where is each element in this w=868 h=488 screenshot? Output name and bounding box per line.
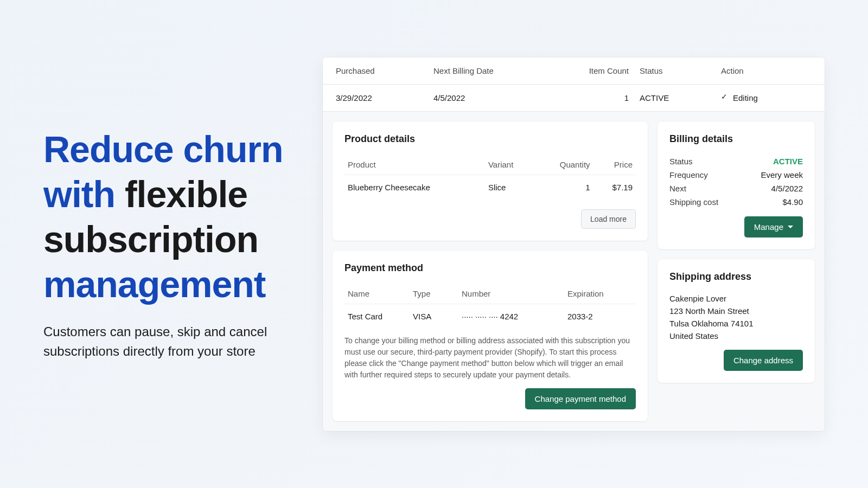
product-row-variant: Slice [485, 175, 535, 200]
payment-row-expiration: 2033-2 [564, 304, 636, 329]
product-header-variant: Variant [485, 155, 535, 175]
payment-header-name: Name [344, 284, 410, 304]
product-row-price: $7.19 [593, 175, 636, 200]
shipping-line-1: 123 North Main Street [669, 305, 803, 317]
product-details-card: Product details Product Variant Quantity… [333, 121, 648, 241]
product-details-title: Product details [344, 133, 636, 145]
product-row: Blueberry Cheesecake Slice 1 $7.19 [344, 175, 636, 200]
billing-details-card: Billing details Status ACTIVE Frequency … [658, 121, 815, 249]
summary-next-billing: 4/5/2022 [433, 93, 575, 102]
hero-heading-part3: management [43, 264, 265, 305]
payment-table: Name Type Number Expiration Test Card VI… [344, 284, 636, 329]
product-header-price: Price [593, 155, 636, 175]
summary-status: ACTIVE [640, 93, 721, 102]
product-header-quantity: Quantity [535, 155, 593, 175]
billing-next-label: Next [669, 184, 686, 193]
subscription-summary: Purchased Next Billing Date Item Count S… [323, 57, 825, 112]
payment-header-number: Number [458, 284, 564, 304]
manage-button-label: Manage [754, 222, 783, 232]
payment-header-expiration: Expiration [564, 284, 636, 304]
summary-header-status: Status [640, 66, 721, 75]
payment-row: Test Card VISA ····· ····· ···· 4242 203… [344, 304, 636, 329]
billing-next-value: 4/5/2022 [771, 184, 803, 193]
payment-method-card: Payment method Name Type Number Expirati… [333, 251, 648, 421]
billing-details-title: Billing details [669, 133, 803, 145]
load-more-button[interactable]: Load more [581, 209, 636, 229]
payment-row-name: Test Card [344, 304, 410, 329]
check-icon [721, 94, 729, 101]
payment-note: To change your billing method or billing… [344, 335, 636, 381]
chevron-down-icon [788, 226, 793, 228]
billing-status-label: Status [669, 157, 693, 166]
subscription-panel: Purchased Next Billing Date Item Count S… [323, 57, 825, 431]
billing-status-value: ACTIVE [773, 157, 803, 166]
billing-frequency-label: Frequency [669, 170, 708, 179]
payment-row-type: VISA [410, 304, 458, 329]
product-row-quantity: 1 [535, 175, 593, 200]
summary-purchased: 3/29/2022 [336, 93, 433, 102]
shipping-address-card: Shipping address Cakenpie Lover 123 Nort… [658, 259, 815, 383]
summary-header-item-count: Item Count [575, 66, 640, 75]
hero-subtext: Customers can pause, skip and cancel sub… [43, 322, 301, 361]
product-table: Product Variant Quantity Price Blueberry… [344, 155, 636, 200]
shipping-line-2: Tulsa Oklahoma 74101 [669, 317, 803, 330]
summary-item-count: 1 [575, 93, 640, 102]
summary-action-editing[interactable]: Editing [721, 93, 812, 102]
change-payment-button[interactable]: Change payment method [525, 388, 636, 409]
summary-header-next-billing: Next Billing Date [433, 66, 575, 75]
summary-header-purchased: Purchased [336, 66, 433, 75]
shipping-line-3: United States [669, 330, 803, 342]
payment-header-type: Type [410, 284, 458, 304]
product-header-product: Product [344, 155, 485, 175]
summary-header-row: Purchased Next Billing Date Item Count S… [323, 57, 825, 85]
summary-action-label: Editing [733, 93, 758, 102]
hero-heading: Reduce churn with flexible subscription … [43, 127, 301, 307]
billing-shipping-label: Shipping cost [669, 197, 718, 207]
billing-frequency-value: Every week [761, 170, 803, 179]
hero-copy: Reduce churn with flexible subscription … [43, 127, 301, 361]
summary-data-row: 3/29/2022 4/5/2022 1 ACTIVE Editing [323, 85, 825, 111]
product-row-product: Blueberry Cheesecake [344, 175, 485, 200]
summary-header-action: Action [721, 66, 812, 75]
payment-row-number: ····· ····· ···· 4242 [458, 304, 564, 329]
change-address-button[interactable]: Change address [724, 350, 803, 371]
payment-method-title: Payment method [344, 262, 636, 274]
manage-button[interactable]: Manage [744, 216, 803, 237]
shipping-line-0: Cakenpie Lover [669, 292, 803, 305]
shipping-address-title: Shipping address [669, 271, 803, 282]
billing-shipping-value: $4.90 [782, 197, 803, 207]
